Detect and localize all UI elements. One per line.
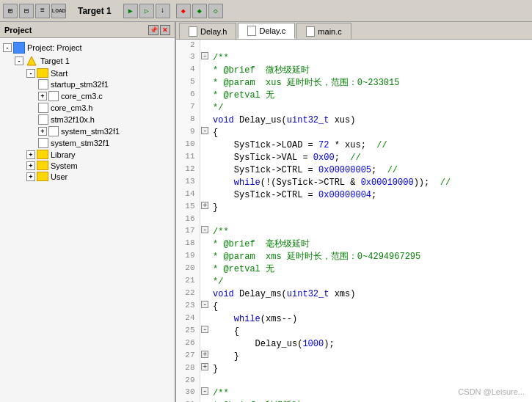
target-label: Target 1: [40, 56, 70, 65]
file-stm32[interactable]: stm32f10x.h: [0, 114, 175, 125]
folder-start[interactable]: - Start: [0, 67, 175, 78]
icon-step[interactable]: ↓: [156, 4, 170, 18]
icon-grid1[interactable]: ⊞: [3, 4, 18, 18]
table-row: 3 - /**: [176, 51, 532, 64]
fold-25[interactable]: -: [200, 325, 210, 337]
table-row: 25 - {: [176, 325, 532, 337]
line-num-8: 8: [176, 114, 200, 126]
code-18: * @brief 毫秒级延时: [210, 238, 532, 250]
fold-30[interactable]: -: [200, 387, 210, 399]
file-system1[interactable]: + system_stm32f1: [0, 125, 175, 137]
table-row: 20 * @retval 无: [176, 263, 532, 275]
title-label: Target 1: [78, 6, 112, 16]
fold-20[interactable]: [200, 263, 210, 275]
target-item[interactable]: - Target 1: [0, 54, 175, 67]
watermark: CSDN @Leisure...: [458, 387, 525, 396]
line-num-17: 17: [176, 225, 200, 238]
code-25: {: [210, 325, 532, 337]
icon-debug[interactable]: ▷: [139, 4, 154, 18]
tab-delay-c[interactable]: Delay.c: [238, 23, 295, 39]
fold-17[interactable]: -: [200, 225, 210, 238]
fold-16[interactable]: [200, 213, 210, 225]
project-root[interactable]: - Project: Project: [0, 41, 175, 54]
close-panel-btn[interactable]: ✕: [160, 25, 170, 35]
line-num-13: 13: [176, 176, 200, 189]
icon-download[interactable]: ◆: [192, 4, 207, 18]
fold-8[interactable]: [200, 114, 210, 126]
folder-user[interactable]: + User: [0, 171, 175, 182]
title-bar: ⊞ ⊟ ≡ LOAD Target 1 ▶ ▷ ↓ ◆ ◆ ◇: [0, 0, 532, 22]
fold-22[interactable]: [200, 288, 210, 300]
line-num-12: 12: [176, 164, 200, 176]
fold-28[interactable]: +: [200, 362, 210, 375]
table-row: 2: [176, 40, 532, 51]
fold-23[interactable]: -: [200, 300, 210, 313]
file-core-c[interactable]: + core_cm3.c: [0, 90, 175, 102]
icon-verify[interactable]: ◇: [208, 4, 223, 18]
fold-2[interactable]: [200, 40, 210, 51]
line-num-11: 11: [176, 151, 200, 164]
table-row: 14 SysTick->CTRL = 0x00000004;: [176, 189, 532, 201]
expand-user[interactable]: +: [26, 172, 35, 181]
icon-run[interactable]: ▶: [123, 4, 138, 18]
project-icon: [13, 42, 25, 54]
fold-14[interactable]: [200, 189, 210, 201]
fold-15[interactable]: +: [200, 201, 210, 213]
fold-31[interactable]: [200, 399, 210, 402]
fold-13[interactable]: [200, 176, 210, 189]
expand-system1[interactable]: +: [38, 127, 47, 136]
line-num-16: 16: [176, 213, 200, 225]
fold-6[interactable]: [200, 89, 210, 101]
fold-5[interactable]: [200, 76, 210, 89]
table-row: 23 - {: [176, 300, 532, 313]
expand-project[interactable]: -: [3, 43, 12, 52]
code-26: Delay_us(1000);: [210, 337, 532, 350]
code-27: }: [210, 350, 532, 362]
project-label: Project: Project: [27, 43, 82, 52]
expand-system[interactable]: +: [26, 161, 35, 170]
expand-start[interactable]: -: [26, 69, 35, 78]
fold-12[interactable]: [200, 164, 210, 176]
tab-delay-h[interactable]: Delay.h: [179, 23, 236, 39]
fold-18[interactable]: [200, 238, 210, 250]
fold-7[interactable]: [200, 101, 210, 114]
fold-21[interactable]: [200, 275, 210, 288]
folder-library-icon: [37, 150, 48, 159]
folder-library[interactable]: + Library: [0, 149, 175, 160]
file-core-c-icon: [48, 91, 59, 101]
code-14: SysTick->CTRL = 0x00000004;: [210, 189, 532, 201]
file-core-h[interactable]: core_cm3.h: [0, 102, 175, 114]
icon-chip[interactable]: ◆: [176, 4, 191, 18]
fold-4[interactable]: [200, 64, 210, 76]
fold-19[interactable]: [200, 250, 210, 263]
fold-24[interactable]: [200, 313, 210, 325]
fold-9[interactable]: -: [200, 126, 210, 139]
icon-layers[interactable]: ≡: [35, 4, 50, 18]
file-system2[interactable]: system_stm32f1: [0, 137, 175, 149]
folder-start-icon: [37, 68, 48, 78]
tab-main-c[interactable]: main.c: [296, 23, 351, 39]
expand-core-c[interactable]: +: [38, 92, 47, 100]
fold-11[interactable]: [200, 151, 210, 164]
code-24: while(xms--): [210, 313, 532, 325]
tab-bar: Delay.h Delay.c main.c: [176, 22, 532, 40]
folder-system[interactable]: + System: [0, 160, 175, 171]
fold-10[interactable]: [200, 139, 210, 151]
icon-grid2[interactable]: ⊟: [19, 4, 34, 18]
fold-3[interactable]: -: [200, 51, 210, 64]
code-3: /**: [210, 51, 532, 64]
expand-library[interactable]: +: [26, 150, 35, 159]
code-editor[interactable]: 2 3 - /** 4 * @brief 微秒级延时: [176, 40, 532, 402]
code-21: */: [210, 275, 532, 288]
file-startup[interactable]: startup_stm32f1: [0, 78, 175, 90]
line-num-31: 31: [176, 399, 200, 402]
table-row: 11 SysTick->VAL = 0x00; //: [176, 151, 532, 164]
line-num-14: 14: [176, 189, 200, 201]
expand-target[interactable]: -: [15, 56, 23, 65]
fold-27[interactable]: +: [200, 350, 210, 362]
icon-load[interactable]: LOAD: [51, 4, 66, 18]
file-core-c-label: core_cm3.c: [61, 92, 103, 100]
pin-icon[interactable]: 📌: [148, 25, 158, 35]
fold-29[interactable]: [200, 375, 210, 387]
fold-26[interactable]: [200, 337, 210, 350]
